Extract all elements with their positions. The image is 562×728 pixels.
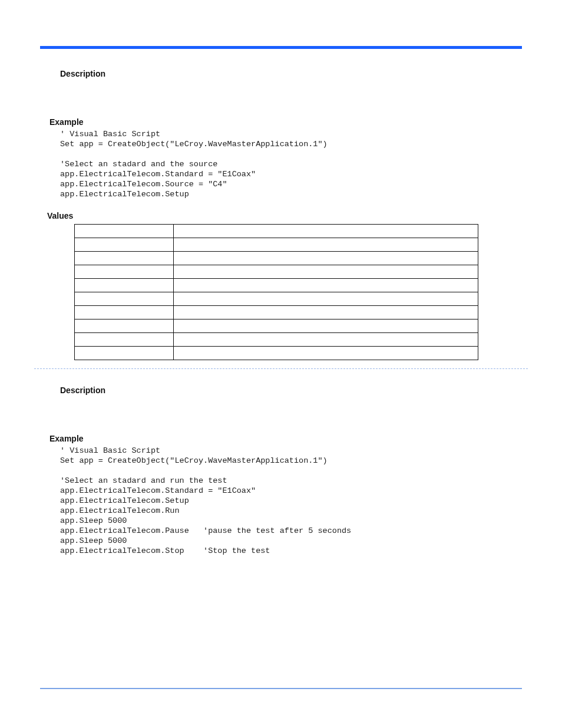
cell xyxy=(75,265,174,279)
cell xyxy=(174,225,478,238)
cell xyxy=(75,279,174,292)
cell xyxy=(174,265,478,279)
cell xyxy=(75,238,174,252)
cell xyxy=(174,347,478,360)
values-table-body xyxy=(75,225,478,360)
bottom-rule xyxy=(40,688,522,689)
table-row xyxy=(75,252,478,265)
cell xyxy=(174,333,478,347)
table-row xyxy=(75,292,478,306)
heading-description-1: Description xyxy=(60,69,522,78)
section-separator xyxy=(34,368,528,369)
heading-example-2: Example xyxy=(49,434,522,443)
cell xyxy=(174,279,478,292)
table-row xyxy=(75,347,478,360)
top-rule xyxy=(40,46,522,49)
code-block-2: ' Visual Basic Script Set app = CreateOb… xyxy=(60,446,522,556)
table-row xyxy=(75,265,478,279)
code-block-1: ' Visual Basic Script Set app = CreateOb… xyxy=(60,129,522,199)
heading-example-1: Example xyxy=(49,117,522,127)
values-table xyxy=(74,224,478,360)
cell xyxy=(174,238,478,252)
section-2: Description Example ' Visual Basic Scrip… xyxy=(40,386,522,556)
table-row xyxy=(75,279,478,292)
table-row xyxy=(75,319,478,333)
cell xyxy=(75,333,174,347)
cell xyxy=(75,319,174,333)
cell xyxy=(174,319,478,333)
cell xyxy=(75,306,174,319)
cell xyxy=(75,292,174,306)
heading-values: Values xyxy=(47,211,522,220)
page: Description Example ' Visual Basic Scrip… xyxy=(0,0,562,728)
cell xyxy=(174,306,478,319)
cell xyxy=(75,225,174,238)
cell xyxy=(75,347,174,360)
table-row xyxy=(75,238,478,252)
heading-description-2: Description xyxy=(60,386,522,395)
table-row xyxy=(75,225,478,238)
table-row xyxy=(75,306,478,319)
cell xyxy=(174,252,478,265)
cell xyxy=(174,292,478,306)
cell xyxy=(75,252,174,265)
section-1: Description Example ' Visual Basic Scrip… xyxy=(40,69,522,360)
table-row xyxy=(75,333,478,347)
